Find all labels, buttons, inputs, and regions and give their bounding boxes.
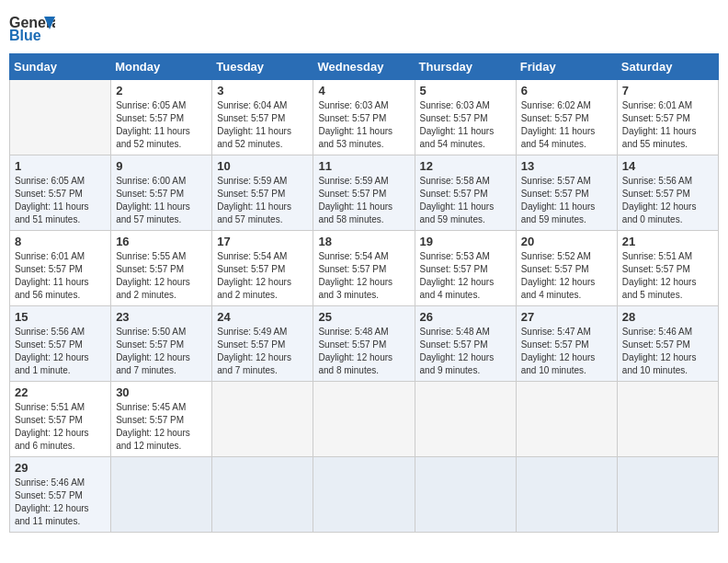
day-info: Sunrise: 6:02 AM Sunset: 5:57 PM Dayligh… bbox=[521, 99, 612, 151]
day-info: Sunrise: 5:47 AM Sunset: 5:57 PM Dayligh… bbox=[521, 326, 612, 377]
calendar-cell: 3Sunrise: 6:04 AM Sunset: 5:57 PM Daylig… bbox=[212, 80, 313, 155]
calendar-cell bbox=[313, 457, 415, 533]
day-number: 14 bbox=[622, 159, 713, 173]
day-number: 18 bbox=[318, 235, 409, 248]
day-number: 15 bbox=[15, 310, 106, 324]
day-header-sunday: Sunday bbox=[10, 54, 111, 80]
calendar-cell: 9Sunrise: 6:00 AM Sunset: 5:57 PM Daylig… bbox=[111, 155, 212, 231]
day-info: Sunrise: 5:52 AM Sunset: 5:57 PM Dayligh… bbox=[521, 250, 612, 302]
day-info: Sunrise: 6:03 AM Sunset: 5:57 PM Dayligh… bbox=[318, 99, 409, 151]
calendar-cell: 19Sunrise: 5:53 AM Sunset: 5:57 PM Dayli… bbox=[415, 231, 516, 306]
calendar-week-row: 2Sunrise: 6:05 AM Sunset: 5:57 PM Daylig… bbox=[10, 80, 719, 155]
calendar-cell bbox=[313, 382, 415, 457]
day-number: 4 bbox=[318, 84, 409, 98]
calendar-cell: 26Sunrise: 5:48 AM Sunset: 5:57 PM Dayli… bbox=[415, 306, 516, 382]
calendar-cell: 14Sunrise: 5:56 AM Sunset: 5:57 PM Dayli… bbox=[617, 155, 718, 231]
day-info: Sunrise: 5:48 AM Sunset: 5:57 PM Dayligh… bbox=[318, 326, 409, 377]
day-header-friday: Friday bbox=[516, 54, 617, 80]
day-number: 17 bbox=[217, 235, 308, 248]
day-info: Sunrise: 5:59 AM Sunset: 5:57 PM Dayligh… bbox=[217, 175, 308, 226]
day-number: 16 bbox=[116, 235, 207, 248]
day-number: 30 bbox=[116, 385, 207, 399]
calendar-cell bbox=[212, 457, 313, 533]
calendar-cell: 5Sunrise: 6:03 AM Sunset: 5:57 PM Daylig… bbox=[415, 80, 516, 155]
calendar-cell bbox=[516, 382, 617, 457]
day-info: Sunrise: 5:54 AM Sunset: 5:57 PM Dayligh… bbox=[318, 250, 409, 302]
day-number: 1 bbox=[15, 159, 106, 173]
calendar-table: SundayMondayTuesdayWednesdayThursdayFrid… bbox=[9, 53, 719, 533]
calendar-cell: 16Sunrise: 5:55 AM Sunset: 5:57 PM Dayli… bbox=[111, 231, 212, 306]
day-number: 3 bbox=[217, 84, 308, 98]
calendar-week-row: 15Sunrise: 5:56 AM Sunset: 5:57 PM Dayli… bbox=[10, 306, 719, 382]
day-info: Sunrise: 5:51 AM Sunset: 5:57 PM Dayligh… bbox=[622, 250, 713, 302]
day-info: Sunrise: 5:53 AM Sunset: 5:57 PM Dayligh… bbox=[420, 250, 511, 302]
calendar-cell: 24Sunrise: 5:49 AM Sunset: 5:57 PM Dayli… bbox=[212, 306, 313, 382]
calendar-cell: 2Sunrise: 6:05 AM Sunset: 5:57 PM Daylig… bbox=[111, 80, 212, 155]
calendar-cell bbox=[415, 457, 516, 533]
day-info: Sunrise: 6:01 AM Sunset: 5:57 PM Dayligh… bbox=[15, 250, 106, 302]
calendar-cell bbox=[111, 457, 212, 533]
day-info: Sunrise: 5:54 AM Sunset: 5:57 PM Dayligh… bbox=[217, 250, 308, 302]
calendar-header-row: SundayMondayTuesdayWednesdayThursdayFrid… bbox=[10, 54, 719, 80]
calendar-week-row: 8Sunrise: 6:01 AM Sunset: 5:57 PM Daylig… bbox=[10, 231, 719, 306]
day-header-tuesday: Tuesday bbox=[212, 54, 313, 80]
day-number: 9 bbox=[116, 159, 207, 173]
calendar-cell: 8Sunrise: 6:01 AM Sunset: 5:57 PM Daylig… bbox=[10, 231, 111, 306]
calendar-cell: 27Sunrise: 5:47 AM Sunset: 5:57 PM Dayli… bbox=[516, 306, 617, 382]
logo-icon: General Blue bbox=[9, 9, 55, 46]
calendar-cell: 21Sunrise: 5:51 AM Sunset: 5:57 PM Dayli… bbox=[617, 231, 718, 306]
day-info: Sunrise: 6:03 AM Sunset: 5:57 PM Dayligh… bbox=[420, 99, 511, 151]
day-info: Sunrise: 6:04 AM Sunset: 5:57 PM Dayligh… bbox=[217, 99, 308, 151]
calendar-cell bbox=[212, 382, 313, 457]
day-info: Sunrise: 6:05 AM Sunset: 5:57 PM Dayligh… bbox=[116, 99, 207, 151]
day-number: 21 bbox=[622, 235, 713, 248]
day-number: 5 bbox=[420, 84, 511, 98]
calendar-cell: 20Sunrise: 5:52 AM Sunset: 5:57 PM Dayli… bbox=[516, 231, 617, 306]
day-header-wednesday: Wednesday bbox=[313, 54, 415, 80]
calendar-cell: 29Sunrise: 5:46 AM Sunset: 5:57 PM Dayli… bbox=[10, 457, 111, 533]
day-info: Sunrise: 5:50 AM Sunset: 5:57 PM Dayligh… bbox=[116, 326, 207, 377]
calendar-cell: 17Sunrise: 5:54 AM Sunset: 5:57 PM Dayli… bbox=[212, 231, 313, 306]
day-info: Sunrise: 6:01 AM Sunset: 5:57 PM Dayligh… bbox=[622, 99, 713, 151]
day-info: Sunrise: 5:46 AM Sunset: 5:57 PM Dayligh… bbox=[622, 326, 713, 377]
day-number: 10 bbox=[217, 159, 308, 173]
calendar-cell: 28Sunrise: 5:46 AM Sunset: 5:57 PM Dayli… bbox=[617, 306, 718, 382]
day-header-thursday: Thursday bbox=[415, 54, 516, 80]
calendar-week-row: 1Sunrise: 6:05 AM Sunset: 5:57 PM Daylig… bbox=[10, 155, 719, 231]
calendar-cell: 4Sunrise: 6:03 AM Sunset: 5:57 PM Daylig… bbox=[313, 80, 415, 155]
day-info: Sunrise: 5:46 AM Sunset: 5:57 PM Dayligh… bbox=[15, 477, 106, 528]
calendar-cell bbox=[617, 382, 718, 457]
calendar-cell: 30Sunrise: 5:45 AM Sunset: 5:57 PM Dayli… bbox=[111, 382, 212, 457]
calendar-week-row: 22Sunrise: 5:51 AM Sunset: 5:57 PM Dayli… bbox=[10, 382, 719, 457]
day-info: Sunrise: 5:58 AM Sunset: 5:57 PM Dayligh… bbox=[420, 175, 511, 226]
svg-text:Blue: Blue bbox=[9, 28, 41, 43]
calendar-cell: 6Sunrise: 6:02 AM Sunset: 5:57 PM Daylig… bbox=[516, 80, 617, 155]
day-number: 20 bbox=[521, 235, 612, 248]
calendar-cell: 22Sunrise: 5:51 AM Sunset: 5:57 PM Dayli… bbox=[10, 382, 111, 457]
calendar-cell bbox=[516, 457, 617, 533]
calendar-cell: 10Sunrise: 5:59 AM Sunset: 5:57 PM Dayli… bbox=[212, 155, 313, 231]
day-number: 11 bbox=[318, 159, 409, 173]
day-number: 2 bbox=[116, 84, 207, 98]
day-number: 13 bbox=[521, 159, 612, 173]
day-number: 26 bbox=[420, 310, 511, 324]
day-number: 19 bbox=[420, 235, 511, 248]
day-info: Sunrise: 6:00 AM Sunset: 5:57 PM Dayligh… bbox=[116, 175, 207, 226]
day-number: 7 bbox=[622, 84, 713, 98]
day-info: Sunrise: 5:48 AM Sunset: 5:57 PM Dayligh… bbox=[420, 326, 511, 377]
day-info: Sunrise: 5:59 AM Sunset: 5:57 PM Dayligh… bbox=[318, 175, 409, 226]
day-number: 8 bbox=[15, 235, 106, 248]
calendar-cell: 7Sunrise: 6:01 AM Sunset: 5:57 PM Daylig… bbox=[617, 80, 718, 155]
day-info: Sunrise: 5:55 AM Sunset: 5:57 PM Dayligh… bbox=[116, 250, 207, 302]
calendar-week-row: 29Sunrise: 5:46 AM Sunset: 5:57 PM Dayli… bbox=[10, 457, 719, 533]
calendar-cell bbox=[10, 80, 111, 155]
day-number: 22 bbox=[15, 385, 106, 399]
day-header-monday: Monday bbox=[111, 54, 212, 80]
calendar-cell: 13Sunrise: 5:57 AM Sunset: 5:57 PM Dayli… bbox=[516, 155, 617, 231]
calendar-cell: 15Sunrise: 5:56 AM Sunset: 5:57 PM Dayli… bbox=[10, 306, 111, 382]
day-number: 12 bbox=[420, 159, 511, 173]
day-info: Sunrise: 5:56 AM Sunset: 5:57 PM Dayligh… bbox=[15, 326, 106, 377]
calendar-cell bbox=[415, 382, 516, 457]
page-header: General Blue bbox=[9, 9, 719, 46]
calendar-cell: 25Sunrise: 5:48 AM Sunset: 5:57 PM Dayli… bbox=[313, 306, 415, 382]
